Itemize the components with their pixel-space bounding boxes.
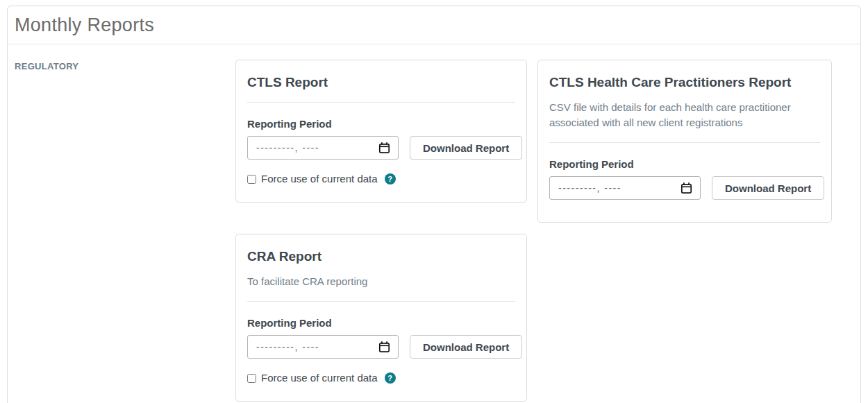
- card-ctls-hcp-report: CTLS Health Care Practitioners Report CS…: [537, 60, 832, 223]
- card-title: CRA Report: [247, 248, 515, 264]
- content-area: REGULATORY CTLS Report Reporting Period: [8, 44, 860, 402]
- card-title: CTLS Report: [247, 74, 515, 90]
- card-description: To facilitate CRA reporting: [247, 274, 515, 289]
- page-header: Monthly Reports: [8, 6, 860, 44]
- card-divider: [549, 142, 820, 143]
- page-panel: Monthly Reports REGULATORY CTLS Report R…: [7, 6, 861, 403]
- force-current-data-checkbox[interactable]: [247, 175, 256, 184]
- calendar-icon[interactable]: [378, 341, 390, 353]
- calendar-icon[interactable]: [681, 182, 692, 194]
- card-divider: [247, 102, 515, 103]
- card-title: CTLS Health Care Practitioners Report: [549, 74, 820, 90]
- page-title: Monthly Reports: [15, 15, 853, 36]
- reporting-period-label: Reporting Period: [247, 317, 515, 329]
- section-label-regulatory: REGULATORY: [15, 61, 235, 71]
- help-icon[interactable]: ?: [385, 173, 396, 185]
- card-description: CSV file with details for each health ca…: [549, 100, 820, 130]
- force-current-data-row: Force use of current data ?: [247, 173, 515, 185]
- reporting-period-input[interactable]: [256, 341, 378, 352]
- help-icon[interactable]: ?: [385, 372, 396, 384]
- force-current-data-row: Force use of current data ?: [247, 372, 515, 384]
- force-current-data-label: Force use of current data: [261, 173, 378, 185]
- reporting-period-row: Download Report: [247, 136, 515, 160]
- card-ctls-report: CTLS Report Reporting Period: [235, 60, 527, 203]
- calendar-icon[interactable]: [378, 142, 390, 154]
- reporting-period-row: Download Report: [247, 335, 515, 359]
- reporting-period-input[interactable]: [256, 142, 378, 153]
- report-cards: CTLS Report Reporting Period: [235, 60, 860, 402]
- card-divider: [247, 301, 515, 302]
- reporting-period-field[interactable]: [549, 176, 701, 200]
- force-current-data-label: Force use of current data: [261, 372, 378, 384]
- reporting-period-label: Reporting Period: [549, 158, 820, 170]
- force-current-data-checkbox[interactable]: [247, 374, 256, 383]
- section-column: REGULATORY: [15, 60, 235, 71]
- reporting-period-field[interactable]: [247, 335, 399, 359]
- download-report-button[interactable]: Download Report: [410, 335, 522, 359]
- download-report-button[interactable]: Download Report: [410, 136, 522, 160]
- download-report-button[interactable]: Download Report: [712, 176, 824, 200]
- reporting-period-label: Reporting Period: [247, 118, 515, 130]
- reporting-period-field[interactable]: [247, 136, 399, 160]
- reporting-period-row: Download Report: [549, 176, 820, 200]
- card-cra-report: CRA Report To facilitate CRA reporting R…: [235, 234, 527, 402]
- reporting-period-input[interactable]: [558, 182, 681, 194]
